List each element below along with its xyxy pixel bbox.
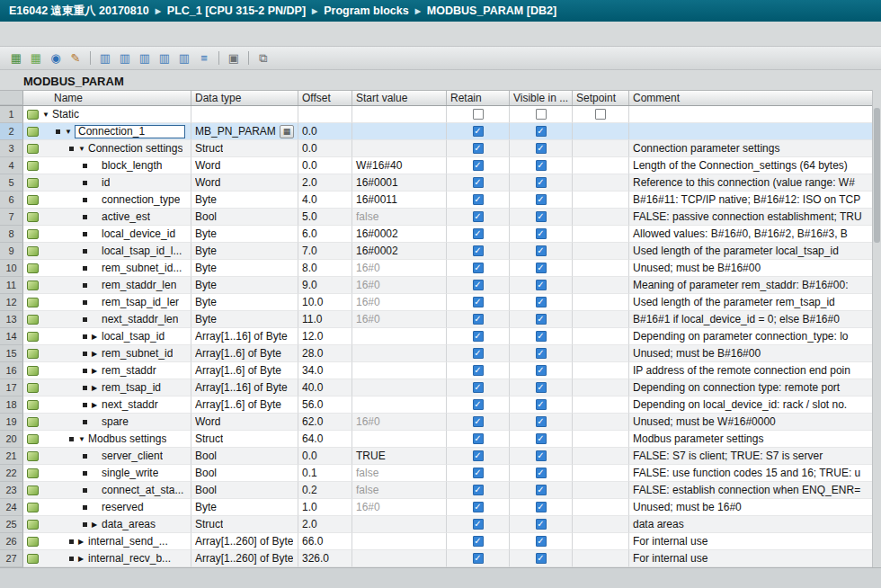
retain-cell[interactable]: ✓: [447, 396, 510, 414]
visible-in-hmi-checkbox[interactable]: ✓: [536, 126, 547, 137]
visible-in-hmi-checkbox[interactable]: ✓: [536, 331, 547, 342]
visible-cell[interactable]: ✓: [510, 414, 573, 431]
retain-cell[interactable]: ✓: [447, 550, 510, 567]
collapse-arrow-icon[interactable]: ▼: [78, 431, 88, 448]
row-datatype-cell[interactable]: Byte: [191, 243, 298, 260]
row-datatype-cell[interactable]: MB_PN_PARAM▦: [191, 123, 298, 140]
row-datatype-cell[interactable]: Byte: [191, 226, 298, 243]
retain-checkbox[interactable]: ✓: [473, 211, 484, 222]
setpoint-cell[interactable]: [573, 328, 629, 345]
row-name-cell[interactable]: local_tsap_id_l...: [23, 243, 191, 260]
row-name-cell[interactable]: ▼Modbus settings: [23, 431, 191, 448]
row-comment-cell[interactable]: Unused; must be B#16#00: [629, 345, 872, 362]
row-name-cell[interactable]: single_write: [23, 465, 191, 482]
retain-cell[interactable]: ✓: [447, 140, 510, 157]
row-comment-cell[interactable]: [629, 106, 872, 123]
row-number-cell[interactable]: 8: [0, 226, 23, 243]
retain-cell[interactable]: ✓: [447, 294, 510, 311]
column-header-visible[interactable]: Visible in ...: [510, 91, 573, 105]
retain-checkbox[interactable]: ✓: [473, 194, 484, 205]
visible-cell[interactable]: ✓: [510, 328, 573, 345]
row-comment-cell[interactable]: Meaning of parameter rem_staddr: B#16#00…: [629, 277, 872, 294]
row-startvalue-cell[interactable]: W#16#40: [352, 157, 447, 174]
row-name-cell[interactable]: ▼Connection_1: [23, 123, 191, 140]
retain-checkbox[interactable]: [473, 109, 484, 120]
row-startvalue-cell[interactable]: [352, 140, 447, 157]
setpoint-cell[interactable]: [573, 123, 629, 140]
row-name-cell[interactable]: active_est: [23, 209, 191, 226]
row-name-cell[interactable]: ▶rem_tsap_id: [23, 379, 191, 396]
table-row[interactable]: 11rem_staddr_lenByte9.016#0✓✓Meaning of …: [0, 277, 872, 294]
row-offset-cell[interactable]: 40.0: [298, 379, 352, 396]
update-interface-button[interactable]: ◉: [47, 49, 65, 67]
row-number-cell[interactable]: 23: [0, 482, 23, 499]
row-comment-cell[interactable]: Used length of the parameter rem_tsap_id: [629, 294, 872, 311]
snapshot-button[interactable]: ▥: [116, 49, 134, 67]
visible-cell[interactable]: ✓: [510, 379, 573, 396]
visible-cell[interactable]: ✓: [510, 123, 573, 140]
row-datatype-cell[interactable]: Byte: [191, 311, 298, 328]
retain-cell[interactable]: ✓: [447, 192, 510, 209]
table-row[interactable]: 13next_staddr_lenByte11.016#0✓✓B#16#1 if…: [0, 311, 872, 328]
row-datatype-cell[interactable]: Array[1..260] of Byte: [191, 533, 298, 550]
setpoint-cell[interactable]: [573, 192, 629, 209]
go-online-button[interactable]: ⧉: [254, 49, 272, 67]
datatype-browse-button[interactable]: ▦: [280, 125, 294, 138]
expanded-mode-button[interactable]: ≡: [195, 49, 213, 67]
load-start-values-as-actual-button[interactable]: ▥: [156, 49, 174, 67]
keep-actual-values-button[interactable]: ▥: [96, 49, 114, 67]
breadcrumb-item[interactable]: E16042 遠東重八 20170810: [9, 4, 149, 19]
retain-checkbox[interactable]: ✓: [473, 502, 484, 512]
row-offset-cell[interactable]: 66.0: [298, 533, 352, 550]
breadcrumb-item[interactable]: Program blocks: [324, 4, 408, 17]
row-datatype-cell[interactable]: Byte: [191, 192, 298, 209]
setpoint-cell[interactable]: [573, 379, 629, 396]
retain-cell[interactable]: ✓: [447, 174, 510, 192]
retain-cell[interactable]: ✓: [447, 482, 510, 499]
row-number-cell[interactable]: 4: [0, 157, 23, 174]
table-row[interactable]: 10rem_subnet_id...Byte8.016#0✓✓Unused; m…: [0, 260, 872, 277]
row-startvalue-cell[interactable]: 16#0: [352, 260, 447, 277]
row-name-cell[interactable]: ▼Connection settings: [23, 140, 191, 157]
row-offset-cell[interactable]: 0.0: [298, 123, 352, 140]
visible-cell[interactable]: ✓: [510, 277, 573, 294]
row-name-cell[interactable]: id: [23, 174, 191, 192]
table-row[interactable]: 8local_device_idByte6.016#0002✓✓Allowed …: [0, 226, 872, 243]
monitor-all-button[interactable]: ▣: [225, 49, 243, 67]
table-row[interactable]: 16▶rem_staddrArray[1..6] of Byte34.0✓✓IP…: [0, 362, 872, 379]
row-startvalue-cell[interactable]: [352, 328, 447, 345]
setpoint-cell[interactable]: [573, 157, 629, 174]
vertical-scrollbar[interactable]: [872, 90, 881, 567]
row-datatype-cell[interactable]: Array[1..6] of Byte: [191, 396, 298, 414]
row-comment-cell[interactable]: Depending on local_device_id: rack / slo…: [629, 396, 872, 414]
collapse-arrow-icon[interactable]: ▼: [42, 106, 52, 123]
setpoint-cell[interactable]: [573, 550, 629, 567]
name-edit-field[interactable]: Connection_1: [75, 125, 185, 138]
row-offset-cell[interactable]: 8.0: [298, 260, 352, 277]
retain-cell[interactable]: ✓: [447, 533, 510, 550]
table-row[interactable]: 9local_tsap_id_l...Byte7.016#0002✓✓Used …: [0, 243, 872, 260]
row-datatype-cell[interactable]: Byte: [191, 277, 298, 294]
column-header-name[interactable]: Name: [23, 91, 191, 105]
setpoint-cell[interactable]: [573, 106, 629, 123]
visible-cell[interactable]: ✓: [510, 362, 573, 379]
retain-cell[interactable]: ✓: [447, 277, 510, 294]
retain-cell[interactable]: ✓: [447, 414, 510, 431]
visible-in-hmi-checkbox[interactable]: ✓: [536, 553, 547, 564]
visible-cell[interactable]: ✓: [510, 550, 573, 567]
row-startvalue-cell[interactable]: [352, 550, 447, 567]
visible-in-hmi-checkbox[interactable]: ✓: [536, 382, 547, 393]
row-comment-cell[interactable]: Depending on connection type: remote por…: [629, 379, 872, 396]
row-number-cell[interactable]: 22: [0, 465, 23, 482]
row-comment-cell[interactable]: Length of the Connection_settings (64 by…: [629, 157, 872, 174]
visible-cell[interactable]: ✓: [510, 533, 573, 550]
row-comment-cell[interactable]: IP address of the remote connection end …: [629, 362, 872, 379]
row-comment-cell[interactable]: Modbus parameter settings: [629, 431, 872, 448]
expand-arrow-icon[interactable]: ▶: [92, 516, 102, 533]
row-datatype-cell[interactable]: Bool: [191, 448, 298, 465]
retain-checkbox[interactable]: ✓: [473, 263, 484, 273]
visible-in-hmi-checkbox[interactable]: ✓: [536, 245, 547, 256]
breadcrumb-item[interactable]: PLC_1 [CPU 315-2 PN/DP]: [167, 4, 306, 17]
row-offset-cell[interactable]: 12.0: [298, 328, 352, 345]
visible-in-hmi-checkbox[interactable]: ✓: [536, 263, 547, 273]
